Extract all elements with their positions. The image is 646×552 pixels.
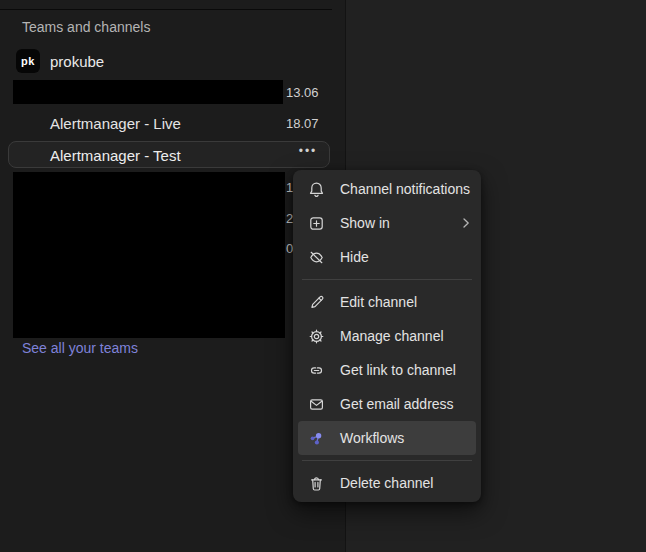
plus-square-icon — [308, 215, 325, 232]
chevron-right-icon — [461, 217, 471, 229]
team-avatar[interactable]: pk — [16, 49, 40, 73]
channel-time: 18.07 — [286, 116, 319, 131]
menu-item-manage-channel[interactable]: Manage channel — [293, 319, 481, 353]
menu-divider — [302, 279, 472, 280]
menu-item-label: Hide — [340, 249, 369, 265]
see-all-your-teams-link[interactable]: See all your teams — [22, 340, 138, 356]
menu-item-show-in[interactable]: Show in — [293, 206, 481, 240]
menu-item-label: Channel notifications — [340, 181, 470, 197]
menu-item-label: Manage channel — [340, 328, 444, 344]
bell-icon — [308, 181, 325, 198]
menu-item-channel-notifications[interactable]: Channel notifications — [293, 172, 481, 206]
menu-item-label: Get link to channel — [340, 362, 456, 378]
mail-icon — [308, 396, 325, 413]
menu-item-label: Edit channel — [340, 294, 417, 310]
menu-item-get-link-to-channel[interactable]: Get link to channel — [293, 353, 481, 387]
gear-icon — [308, 328, 325, 345]
pencil-icon — [308, 294, 325, 311]
link-icon — [308, 362, 325, 379]
menu-divider — [302, 460, 472, 461]
sidebar-top-divider — [0, 9, 332, 10]
trash-icon — [308, 475, 325, 492]
team-name-prokube[interactable]: prokube — [50, 53, 104, 70]
channel-alertmanager-live[interactable]: Alertmanager - Live — [50, 115, 181, 132]
channel-more-options-button[interactable]: ••• — [294, 144, 322, 158]
eye-off-icon — [308, 249, 325, 266]
menu-item-label: Show in — [340, 215, 390, 231]
menu-item-label: Delete channel — [340, 475, 433, 491]
redacted-channel-row[interactable] — [13, 80, 283, 104]
menu-item-label: Workflows — [340, 430, 404, 446]
menu-item-hide[interactable]: Hide — [293, 240, 481, 274]
menu-item-delete-channel[interactable]: Delete channel — [293, 466, 481, 500]
redacted-channel-list — [13, 172, 285, 338]
teams-and-channels-header: Teams and channels — [22, 19, 150, 35]
channel-alertmanager-test[interactable]: Alertmanager - Test — [50, 147, 181, 164]
workflows-icon — [308, 430, 325, 447]
menu-item-workflows[interactable]: Workflows — [298, 421, 476, 455]
menu-item-label: Get email address — [340, 396, 454, 412]
menu-item-edit-channel[interactable]: Edit channel — [293, 285, 481, 319]
menu-item-get-email-address[interactable]: Get email address — [293, 387, 481, 421]
channel-time: 13.06 — [286, 85, 319, 100]
channel-context-menu: Channel notifications Show in Hide — [293, 170, 481, 502]
